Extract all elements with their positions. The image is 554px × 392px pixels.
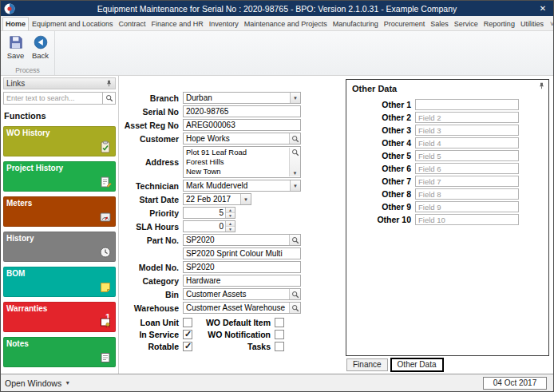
serial-no-label: Serial No	[119, 107, 183, 117]
notes-icon	[99, 351, 112, 364]
ribbon-collapse-icon[interactable]: ˅	[550, 20, 554, 28]
other-7-input[interactable]	[415, 176, 519, 187]
asset-reg-no-input[interactable]	[183, 119, 301, 131]
sidebar-item-wo-history[interactable]: WO History	[3, 126, 116, 156]
customer-lookup[interactable]: Hope Works	[183, 133, 301, 145]
customer-label: Customer	[119, 134, 183, 144]
sidebar-item-warranties[interactable]: Warranties 1	[3, 302, 116, 332]
in-service-checkbox[interactable]	[183, 330, 192, 339]
priority-value: 5	[186, 208, 225, 217]
category-input[interactable]	[183, 275, 301, 287]
chevron-down-icon[interactable]: ▼	[290, 93, 300, 103]
sla-hours-value: 0	[186, 222, 225, 231]
serial-no-input[interactable]	[183, 105, 301, 117]
search-button[interactable]	[103, 92, 116, 105]
clipboard-check-icon	[99, 141, 112, 153]
links-panel-header: Links	[3, 77, 116, 89]
ribbon-tab-utilities[interactable]: Utilities	[518, 18, 546, 30]
ribbon-tab-equipment-and-locations[interactable]: Equipment and Locations	[30, 18, 116, 30]
other-6-input[interactable]	[415, 163, 519, 174]
sidebar-item-project-history[interactable]: Project History	[3, 161, 116, 192]
meters-label: Meters	[6, 199, 32, 208]
address-lookup[interactable]: Plot 91 Leaf Road Forest Hills New Town …	[183, 146, 301, 178]
other-10-input[interactable]	[415, 214, 519, 225]
ribbon-tab-finance-and-hr[interactable]: Finance and HR	[149, 18, 206, 30]
category-label: Category	[119, 276, 183, 286]
status-bar: Open Windows ▼ 04 Oct 2017	[1, 374, 553, 391]
ribbon-tab-home[interactable]: Home	[2, 17, 29, 30]
other-2-label: Other 2	[346, 113, 415, 122]
chevron-down-icon[interactable]: ▼	[240, 194, 251, 204]
chevron-down-icon[interactable]: ▼	[290, 180, 300, 191]
sidebar-item-bom[interactable]: BOM	[3, 267, 116, 297]
search-icon	[105, 94, 113, 102]
back-button[interactable]: Back	[29, 34, 52, 65]
warehouse-lookup[interactable]: Customer Asset Warehouse	[183, 302, 301, 314]
close-icon[interactable]: ✕	[536, 4, 550, 13]
part-no-lookup[interactable]: SP2020	[183, 234, 301, 246]
technician-select[interactable]: Mark Mudderveld ▼	[183, 180, 301, 192]
other-3-label: Other 3	[346, 125, 415, 135]
ribbon-tab-procurement[interactable]: Procurement	[382, 18, 428, 30]
project-history-label: Project History	[6, 164, 63, 172]
save-button-label: Save	[7, 51, 25, 60]
part-description-input[interactable]	[183, 247, 301, 259]
spinner-icons[interactable]: ▲▼	[225, 208, 235, 218]
ribbon-tab-contract[interactable]: Contract	[117, 18, 148, 30]
wo-default-item-checkbox[interactable]	[275, 318, 284, 327]
other-3-input[interactable]	[415, 125, 519, 136]
ribbon-tab-reporting[interactable]: Reporting	[481, 18, 517, 30]
tab-other-data[interactable]: Other Data	[390, 358, 444, 372]
project-doc-icon	[99, 176, 112, 188]
other-1-input[interactable]	[415, 99, 519, 110]
branch-select[interactable]: Durban ▼	[183, 92, 301, 104]
lookup-search-icon[interactable]	[289, 303, 300, 313]
status-date-field[interactable]: 04 Oct 2017	[483, 377, 547, 390]
ribbon-tab-maintenance-and-projects[interactable]: Maintenance and Projects	[242, 18, 330, 30]
lookup-search-icon[interactable]	[289, 289, 300, 299]
priority-label: Priority	[119, 208, 183, 218]
history-label: History	[6, 234, 34, 243]
other-8-input[interactable]	[415, 188, 519, 200]
priority-stepper[interactable]: 5 ▲▼	[183, 207, 235, 219]
model-no-input[interactable]	[183, 261, 301, 273]
other-9-input[interactable]	[415, 201, 519, 212]
open-windows-button[interactable]: Open Windows ▼	[5, 378, 70, 388]
sidebar-item-notes[interactable]: Notes	[3, 337, 116, 367]
bin-lookup[interactable]: Customer Assets	[183, 288, 301, 300]
address-search-icon[interactable]	[291, 148, 299, 156]
ribbon-tab-service[interactable]: Service	[452, 18, 481, 30]
rotable-checkbox[interactable]	[183, 342, 192, 351]
other-4-input[interactable]	[415, 137, 519, 148]
spinner-icons[interactable]: ▲▼	[225, 221, 235, 232]
tasks-label: Tasks	[192, 342, 275, 351]
other-10-label: Other 10	[346, 215, 415, 224]
start-date-label: Start Date	[119, 195, 183, 204]
pin-icon[interactable]	[538, 82, 545, 89]
start-date-picker[interactable]: 22 Feb 2017 ▼	[183, 193, 251, 205]
address-label: Address	[119, 157, 183, 167]
tasks-checkbox[interactable]	[275, 342, 284, 351]
other-1-label: Other 1	[346, 100, 415, 109]
tab-finance[interactable]: Finance	[346, 358, 388, 371]
ribbon-tab-inventory[interactable]: Inventory	[207, 18, 241, 30]
lookup-search-icon[interactable]	[289, 133, 300, 144]
loan-unit-checkbox[interactable]	[183, 318, 192, 327]
wo-notification-label: WO Notification	[192, 330, 275, 339]
ribbon-tab-sales[interactable]: Sales	[428, 18, 451, 30]
sla-hours-stepper[interactable]: 0 ▲▼	[183, 220, 235, 232]
save-button[interactable]: Save	[4, 34, 27, 65]
lookup-search-icon[interactable]	[289, 235, 300, 245]
wo-notification-checkbox[interactable]	[275, 330, 284, 339]
pin-icon[interactable]	[105, 80, 113, 87]
sidebar-item-meters[interactable]: Meters	[3, 196, 116, 227]
address-chevron-down-icon[interactable]: ▼	[293, 171, 298, 176]
sidebar-item-history[interactable]: History	[3, 232, 116, 262]
spin-up-icon: ▲	[226, 208, 235, 213]
other-5-input[interactable]	[415, 150, 519, 161]
sidebar-search-input[interactable]	[3, 92, 103, 105]
ribbon-tab-manufacturing[interactable]: Manufacturing	[330, 18, 381, 30]
notes-label: Notes	[6, 339, 29, 348]
other-2-input[interactable]	[415, 112, 519, 123]
warranties-label: Warranties	[6, 304, 47, 313]
